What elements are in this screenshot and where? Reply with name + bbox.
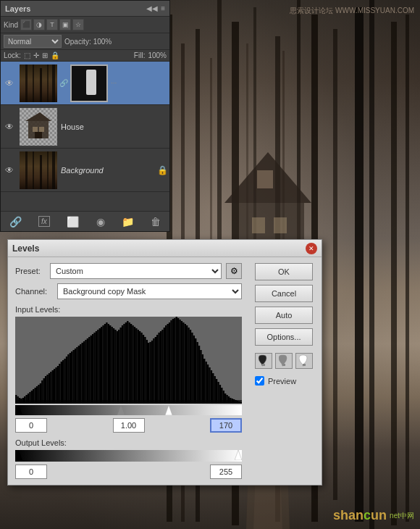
preset-select[interactable]: Custom Default bbox=[50, 263, 222, 279]
preset-gear-btn[interactable]: ⚙ bbox=[226, 263, 242, 279]
layers-panel-title: Layers bbox=[5, 4, 30, 13]
collapse-icon[interactable]: ◀◀ bbox=[146, 4, 158, 12]
svg-rect-113 bbox=[130, 324, 132, 404]
layer-eye-house[interactable]: 👁 bbox=[1, 122, 18, 132]
svg-rect-170 bbox=[230, 398, 231, 404]
link-layers-btn[interactable]: 🔗 bbox=[9, 216, 22, 228]
layer-name-house: House bbox=[59, 122, 169, 131]
kind-smart-btn[interactable]: ☆ bbox=[72, 19, 84, 30]
histogram-svg bbox=[15, 317, 242, 404]
lock-artboard-icon[interactable]: ⊞ bbox=[42, 51, 48, 59]
white-point-handle[interactable] bbox=[165, 405, 172, 417]
dialog-close-btn[interactable]: ✕ bbox=[306, 243, 317, 254]
dialog-left-panel: Preset: Custom Default ⚙ Channel: Backgr… bbox=[8, 257, 249, 485]
layer-link-icon[interactable]: 🔗 bbox=[59, 79, 69, 87]
svg-rect-95 bbox=[99, 328, 101, 404]
options-button[interactable]: Options... bbox=[255, 328, 313, 346]
channel-row: Channel: Background copy Mask RGB Red Gr… bbox=[15, 283, 242, 299]
layers-panel-header: Layers ◀◀ ≡ bbox=[1, 1, 169, 17]
svg-rect-66 bbox=[49, 373, 50, 404]
svg-rect-160 bbox=[212, 373, 214, 404]
kind-adjust-btn[interactable]: ◑ bbox=[33, 19, 45, 30]
add-mask-btn[interactable]: ⬜ bbox=[67, 216, 79, 228]
svg-rect-43 bbox=[47, 151, 49, 189]
input-white-value[interactable] bbox=[210, 418, 242, 433]
svg-rect-41 bbox=[33, 151, 34, 189]
input-black-value[interactable] bbox=[15, 418, 47, 433]
layer-thumb-house bbox=[20, 108, 57, 146]
svg-marker-178 bbox=[117, 405, 125, 415]
output-values-row bbox=[15, 465, 242, 479]
output-black-value[interactable] bbox=[15, 465, 47, 479]
layer-row-house[interactable]: 👁 House bbox=[1, 105, 169, 149]
svg-rect-123 bbox=[148, 343, 149, 404]
output-white-value[interactable] bbox=[210, 465, 242, 479]
auto-button[interactable]: Auto bbox=[255, 307, 313, 324]
layer-more-btn[interactable]: ··· bbox=[111, 79, 122, 87]
layer-row-bg-copy[interactable]: 👁 🔗 ··· bbox=[1, 62, 169, 105]
svg-rect-137 bbox=[172, 319, 174, 404]
preview-label: Preview bbox=[268, 377, 296, 386]
panel-menu-icon[interactable]: ≡ bbox=[161, 4, 165, 12]
output-black-handle[interactable] bbox=[15, 450, 22, 462]
panel-header-controls[interactable]: ◀◀ ≡ bbox=[146, 4, 165, 12]
svg-rect-127 bbox=[155, 337, 156, 404]
channel-select[interactable]: Background copy Mask RGB Red Green Blue bbox=[57, 283, 242, 299]
eyedropper-row bbox=[255, 353, 316, 369]
opacity-label: Opacity: bbox=[64, 38, 91, 46]
kind-pixel-btn[interactable]: ⬛ bbox=[20, 19, 32, 30]
blend-mode-select[interactable]: Normal Multiply Screen bbox=[4, 35, 62, 48]
svg-rect-135 bbox=[169, 322, 170, 404]
svg-rect-174 bbox=[237, 401, 238, 404]
kind-filter-icons: ⬛ ◑ T ▣ ☆ bbox=[20, 19, 84, 30]
kind-shape-btn[interactable]: ▣ bbox=[59, 19, 71, 30]
gamma-handle[interactable] bbox=[117, 405, 125, 417]
svg-rect-42 bbox=[40, 155, 42, 189]
output-gradient-track[interactable] bbox=[15, 450, 242, 462]
ok-button[interactable]: OK bbox=[255, 263, 313, 280]
delete-layer-btn[interactable]: 🗑 bbox=[151, 216, 161, 228]
black-point-handle[interactable] bbox=[15, 405, 22, 417]
opacity-value[interactable]: 100% bbox=[93, 38, 112, 46]
svg-rect-69 bbox=[54, 369, 55, 404]
svg-rect-153 bbox=[200, 350, 201, 404]
svg-rect-156 bbox=[205, 362, 206, 404]
layer-eye-bg-copy[interactable]: 👁 bbox=[1, 78, 18, 88]
svg-rect-151 bbox=[196, 342, 198, 404]
lock-pixel-icon[interactable]: ⬚ bbox=[24, 51, 30, 59]
layer-eye-background[interactable]: 👁 bbox=[1, 165, 18, 175]
input-gamma-value[interactable] bbox=[113, 418, 145, 433]
svg-rect-138 bbox=[174, 318, 175, 404]
layer-row-background[interactable]: 👁 Background 🔒 bbox=[1, 149, 169, 192]
white-eyedropper-btn[interactable] bbox=[295, 353, 313, 369]
black-eyedropper-btn[interactable] bbox=[255, 353, 272, 369]
cancel-button[interactable]: Cancel bbox=[255, 285, 313, 302]
svg-marker-180 bbox=[235, 450, 242, 460]
kind-text-btn[interactable]: T bbox=[46, 19, 58, 30]
svg-rect-72 bbox=[59, 364, 60, 404]
preview-checkbox[interactable] bbox=[255, 376, 264, 386]
lock-label: Lock: bbox=[4, 51, 21, 59]
add-adjustment-btn[interactable]: ◉ bbox=[96, 216, 105, 228]
channel-label: Channel: bbox=[15, 287, 53, 296]
input-slider-track[interactable] bbox=[15, 405, 242, 415]
gray-eyedropper-btn[interactable] bbox=[275, 353, 293, 369]
svg-rect-118 bbox=[139, 331, 140, 404]
lock-move-icon[interactable]: ✛ bbox=[33, 51, 39, 59]
svg-rect-65 bbox=[46, 375, 48, 404]
svg-rect-105 bbox=[117, 331, 118, 404]
svg-rect-139 bbox=[176, 317, 177, 404]
svg-rect-79 bbox=[71, 351, 72, 404]
svg-rect-88 bbox=[87, 338, 88, 404]
new-group-btn[interactable]: 📁 bbox=[122, 216, 134, 228]
svg-rect-51 bbox=[22, 398, 24, 404]
svg-rect-168 bbox=[226, 395, 227, 404]
dialog-title: Levels bbox=[12, 243, 39, 254]
svg-rect-125 bbox=[151, 341, 153, 404]
output-white-handle[interactable] bbox=[235, 450, 242, 462]
lock-all-icon[interactable]: 🔒 bbox=[51, 51, 59, 59]
svg-rect-172 bbox=[233, 399, 235, 404]
svg-rect-20 bbox=[274, 217, 287, 233]
fill-value[interactable]: 100% bbox=[148, 51, 167, 59]
fx-btn[interactable]: fx bbox=[38, 216, 50, 227]
